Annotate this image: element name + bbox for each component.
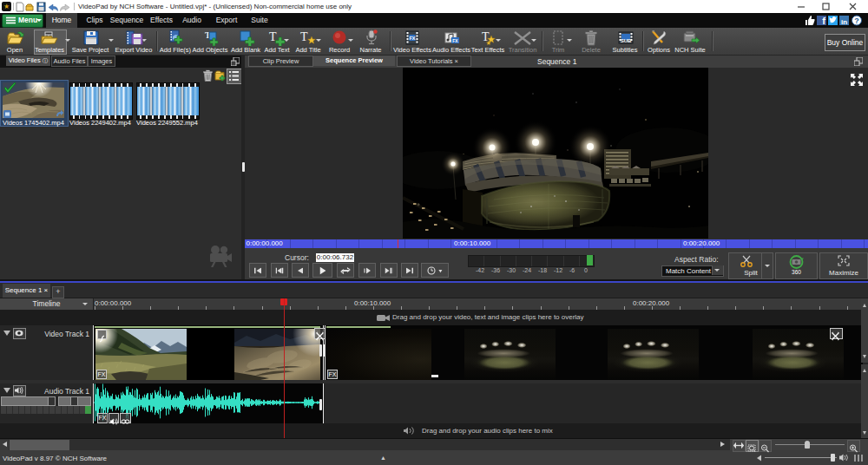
svg-text:FX: FX [409, 36, 415, 41]
svg-text:in: in [841, 18, 847, 26]
svg-text:FX: FX [452, 38, 458, 43]
svg-text:f: f [822, 16, 825, 26]
svg-text:?: ? [854, 16, 859, 25]
svg-text:SUB: SUB [621, 38, 632, 43]
svg-text:T: T [300, 30, 308, 43]
svg-text:360: 360 [792, 269, 801, 275]
